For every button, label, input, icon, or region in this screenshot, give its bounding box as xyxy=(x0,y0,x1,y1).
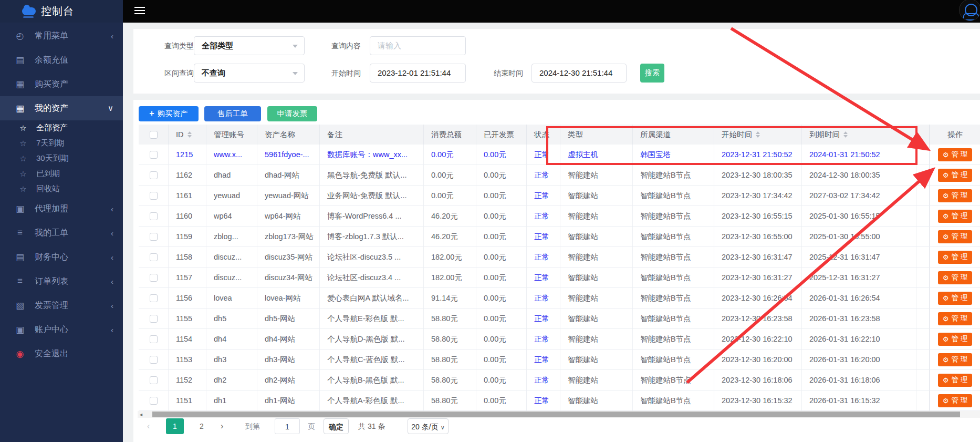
column-header-ID[interactable]: ID xyxy=(169,125,206,145)
query-content-input[interactable]: 请输入 xyxy=(370,36,466,55)
cell-note: 个人导航D-黑色版 默... xyxy=(320,329,424,349)
sidebar-item-label: 我的资产 xyxy=(35,103,108,114)
column-header-操作: 操作 xyxy=(930,125,980,145)
sidebar-item-我的工单[interactable]: ≡我的工单‹ xyxy=(0,221,123,245)
manage-button[interactable]: ⚙管 理 xyxy=(938,394,972,407)
row-checkbox[interactable] xyxy=(150,294,158,302)
column-header-到期时间[interactable]: 到期时间 xyxy=(802,125,916,145)
cell-channel: 智能建站B节点 xyxy=(633,227,714,246)
sidebar-item-账户中心[interactable]: ▣账户中心‹ xyxy=(0,317,123,342)
column-header-开始时间[interactable]: 开始时间 xyxy=(714,125,802,145)
range-query-label: 区间查询 xyxy=(154,64,194,83)
row-checkbox[interactable] xyxy=(150,356,158,364)
horizontal-scrollbar[interactable]: ◄ xyxy=(138,411,980,418)
sort-icon[interactable] xyxy=(756,131,760,138)
page-size-select[interactable]: 20 条/页∨ xyxy=(408,418,449,434)
cell-total-spend: 46.20元 xyxy=(424,206,476,226)
cell-asset-name: dh5-网站 xyxy=(257,309,320,328)
cell-spacer xyxy=(916,186,930,205)
row-checkbox[interactable] xyxy=(150,376,158,384)
buy-asset-button[interactable]: +购买资产 xyxy=(139,106,199,121)
cell-end-time: 2025-01-30 16:55:15 xyxy=(802,206,916,226)
sidebar-item-label: 7天到期 xyxy=(36,138,113,148)
sidebar-item-安全退出[interactable]: ◉安全退出 xyxy=(0,342,123,366)
cell-end-time: 2026-01-31 16:23:58 xyxy=(802,309,916,328)
end-time-input[interactable]: 2024-12-30 21:51:44 xyxy=(531,64,627,83)
user-avatar[interactable] xyxy=(959,0,980,21)
manage-button[interactable]: ⚙管 理 xyxy=(938,312,972,325)
goto-page-input[interactable]: 1 xyxy=(275,418,300,434)
sidebar-item-7天到期[interactable]: ☆7天到期 xyxy=(0,136,123,151)
manage-button[interactable]: ⚙管 理 xyxy=(938,169,972,182)
cell-type: 智能建站 xyxy=(560,288,633,308)
next-page-button[interactable]: › xyxy=(221,418,223,434)
row-checkbox[interactable] xyxy=(150,315,158,323)
aftersale-ticket-button[interactable]: 售后工单 xyxy=(204,106,261,121)
search-button[interactable]: 搜索 xyxy=(640,64,664,83)
manage-button[interactable]: ⚙管 理 xyxy=(938,374,972,387)
table-row: 1157discuz...discuz34-网站论坛社区-discuz3.4 .… xyxy=(139,268,980,288)
dashboard-icon: ◴ xyxy=(14,30,26,42)
sidebar-item-label: 已到期 xyxy=(36,169,113,179)
cell-start-time: 2023-12-30 16:31:27 xyxy=(714,268,802,287)
sidebar-item-代理加盟[interactable]: ▣代理加盟‹ xyxy=(0,197,123,221)
row-checkbox[interactable] xyxy=(150,253,158,261)
hamburger-menu-icon[interactable] xyxy=(134,7,145,15)
sidebar-item-我的资产[interactable]: ▦我的资产∨ xyxy=(0,96,123,120)
prev-page-button[interactable]: ‹ xyxy=(147,418,150,434)
manage-button[interactable]: ⚙管 理 xyxy=(938,271,972,284)
sort-icon[interactable] xyxy=(187,131,192,138)
row-checkbox[interactable] xyxy=(150,192,158,200)
sidebar-item-购买资产[interactable]: ▦购买资产 xyxy=(0,72,123,96)
chevron-icon: ‹ xyxy=(111,301,113,310)
manage-button[interactable]: ⚙管 理 xyxy=(938,353,972,366)
sidebar-item-全部资产[interactable]: ☆全部资产 xyxy=(0,120,123,136)
sort-icon[interactable] xyxy=(843,131,848,138)
range-query-select[interactable]: 不查询 xyxy=(194,64,305,83)
cell-channel: 智能建站B节点 xyxy=(633,309,714,328)
sidebar-item-回收站[interactable]: ☆回收站 xyxy=(0,181,123,197)
cell-invoiced: 0.00元 xyxy=(476,370,527,390)
gear-icon: ⚙ xyxy=(943,335,949,343)
query-type-select[interactable]: 全部类型 xyxy=(194,36,305,55)
cell-invoiced: 0.00元 xyxy=(476,329,527,349)
row-checkbox[interactable] xyxy=(150,397,158,405)
sidebar-item-label: 余额充值 xyxy=(35,55,113,66)
sidebar-item-常用菜单[interactable]: ◴常用菜单‹ xyxy=(0,24,123,48)
page-button-1[interactable]: 1 xyxy=(166,418,184,434)
manage-button[interactable]: ⚙管 理 xyxy=(938,189,972,202)
manage-button[interactable]: ⚙管 理 xyxy=(938,333,972,346)
sidebar-item-已到期[interactable]: ☆已到期 xyxy=(0,166,123,181)
sidebar-item-30天到期[interactable]: ☆30天到期 xyxy=(0,151,123,166)
column-header-备注: 备注 xyxy=(320,125,424,145)
sidebar-item-label: 购买资产 xyxy=(35,79,113,90)
sidebar-item-发票管理[interactable]: ▧发票管理‹ xyxy=(0,293,123,317)
row-checkbox[interactable] xyxy=(150,274,158,282)
page-button-2[interactable]: 2 xyxy=(196,418,207,434)
cell-end-time: 2025-12-31 16:31:27 xyxy=(802,268,916,287)
manage-button[interactable]: ⚙管 理 xyxy=(938,230,972,243)
row-checkbox[interactable] xyxy=(150,151,158,159)
scroll-left-arrow-icon[interactable]: ◄ xyxy=(139,412,143,417)
sidebar-item-余额充值[interactable]: ▤余额充值 xyxy=(0,48,123,72)
chevron-icon: ‹ xyxy=(111,229,113,238)
manage-button[interactable]: ⚙管 理 xyxy=(938,210,972,223)
row-checkbox[interactable] xyxy=(150,212,158,220)
sidebar-item-订单列表[interactable]: ≡订单列表‹ xyxy=(0,269,123,293)
select-all-checkbox[interactable] xyxy=(150,131,158,139)
power-icon: ◉ xyxy=(14,348,26,359)
manage-button[interactable]: ⚙管 理 xyxy=(938,292,972,305)
confirm-page-button[interactable]: 确定 xyxy=(324,418,349,434)
manage-button[interactable]: ⚙管 理 xyxy=(938,251,972,264)
cell-asset-name: 5961fdyoe-... xyxy=(257,145,320,165)
scrollbar-thumb[interactable] xyxy=(152,412,960,417)
cell-total-spend: 58.80元 xyxy=(424,370,476,390)
sidebar-item-财务中心[interactable]: ▤财务中心‹ xyxy=(0,245,123,269)
manage-button[interactable]: ⚙管 理 xyxy=(938,148,972,161)
start-time-input[interactable]: 2023-12-01 21:51:44 xyxy=(370,64,466,83)
row-checkbox[interactable] xyxy=(150,171,158,179)
cell-status: 正常 xyxy=(527,370,560,390)
row-checkbox[interactable] xyxy=(150,233,158,241)
request-invoice-button[interactable]: 申请发票 xyxy=(267,106,317,121)
row-checkbox[interactable] xyxy=(150,335,158,343)
